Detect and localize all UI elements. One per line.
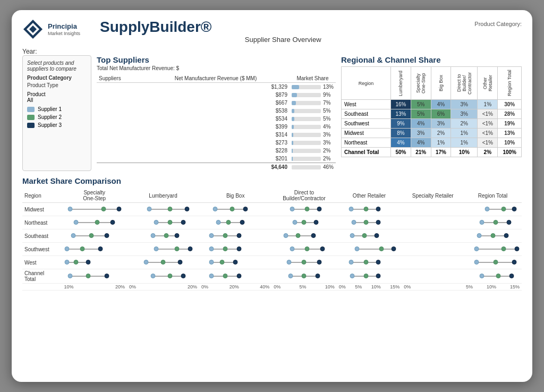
ms-chart-cell	[199, 269, 271, 284]
ms-axis-row: 10%20% 0%20% 0%20%40% 0%5%10% 0%5%10%15%…	[22, 284, 522, 291]
ms-chart-cell	[271, 203, 337, 216]
lumberyard-header: Lumberyard	[391, 67, 411, 100]
table-row	[97, 147, 142, 155]
channel-total-label: Channel Total	[342, 148, 391, 157]
ms-chart-cell	[62, 229, 127, 243]
ms-chart-cell	[271, 269, 337, 284]
heatmap-cell: 3%	[451, 109, 478, 119]
heatmap-cell: 4%	[411, 138, 431, 148]
bar-cell: 2%	[290, 147, 336, 155]
supplier3-item: Supplier 3	[27, 122, 87, 128]
specialty-header: Specialty One-Step	[411, 67, 431, 100]
year-label: Year:	[22, 48, 522, 55]
revenue-cell: $399	[142, 123, 290, 131]
bar-cell: 3%	[290, 131, 336, 139]
table-row	[97, 139, 142, 147]
bar-cell: 7%	[290, 99, 336, 107]
ms-chart-cell	[127, 243, 199, 256]
heatmap-cell: 3%	[411, 129, 431, 138]
ms-region-name: ChannelTotal	[22, 269, 62, 284]
ms-chart-cell	[199, 256, 271, 269]
ms-chart-cell	[127, 203, 199, 216]
revenue-cell: $538	[142, 107, 290, 115]
region-total-header: Region Total	[498, 67, 522, 100]
channel-total-cell: 10%	[451, 148, 478, 157]
table-row	[97, 83, 142, 91]
bar-cell: 5%	[290, 115, 336, 123]
revenue-cell: $201	[142, 155, 290, 163]
title-area: SupplyBuilder® Supplier Share Overview	[100, 19, 466, 44]
ms-col-header-6: Region Total	[464, 189, 522, 203]
channel-total-cell: 100%	[498, 148, 522, 157]
ms-chart-cell	[337, 229, 402, 243]
revenue-cell: $228	[142, 147, 290, 155]
ms-chart-cell	[199, 203, 271, 216]
heatmap-cell: <1%	[478, 109, 498, 119]
ms-chart-cell	[464, 229, 522, 243]
heatmap-cell: 4%	[431, 100, 451, 109]
logo-brand: Principia	[48, 22, 80, 31]
supplier1-item: Supplier 1	[27, 106, 87, 112]
top-suppliers-title: Top Suppliers	[97, 55, 336, 64]
ms-chart-cell	[337, 216, 402, 229]
ms-row: Southwest	[22, 243, 522, 256]
ms-table-wrapper: RegionSpecialtyOne-StepLumberyardBig Box…	[22, 189, 522, 291]
ms-region-name: West	[22, 256, 62, 269]
panel-title: Select products and suppliers to compare	[27, 60, 87, 72]
ms-chart-cell	[127, 256, 199, 269]
revenue-cell: $314	[142, 131, 290, 139]
ms-col-header-0: SpecialtyOne-Step	[62, 189, 127, 203]
bar-cell: 4%	[290, 123, 336, 131]
heatmap-cell: 1%	[451, 138, 478, 148]
ms-chart-cell	[199, 243, 271, 256]
product-category-filter-label[interactable]: Product Category	[27, 75, 87, 81]
ms-chart-cell	[199, 229, 271, 243]
header: Principia Market Insights SupplyBuilder®…	[22, 19, 522, 44]
ms-chart-cell	[337, 243, 402, 256]
revenue-cell: $1,329	[142, 83, 290, 91]
ms-chart-cell	[127, 269, 199, 284]
ms-region-name: Northeast	[22, 216, 62, 229]
supplier2-label: Supplier 2	[38, 114, 62, 120]
region-label: West	[342, 100, 391, 109]
table-row	[97, 115, 142, 123]
ms-col-header-2: Big Box	[199, 189, 271, 203]
bar-cell: 46%	[290, 163, 336, 172]
revenue-cell: $667	[142, 99, 290, 107]
heatmap-cell: 1%	[431, 138, 451, 148]
heatmap-cell: 16%	[391, 100, 411, 109]
heatmap-cell: 8%	[391, 129, 411, 138]
product-type-label[interactable]: Product Type	[27, 82, 87, 88]
channel-total-cell: 50%	[391, 148, 411, 157]
ms-col-header-3: Direct toBuilder/Contractor	[271, 189, 337, 203]
revenue-cell: $879	[142, 91, 290, 99]
channel-total-cell: 2%	[478, 148, 498, 157]
ms-table: RegionSpecialtyOne-StepLumberyardBig Box…	[22, 189, 522, 291]
filter-panel: Select products and suppliers to compare…	[22, 55, 91, 171]
heatmap-cell: 5%	[411, 109, 431, 119]
ms-chart-cell	[271, 243, 337, 256]
ms-chart-cell	[402, 269, 464, 284]
ms-chart-cell	[337, 203, 402, 216]
ms-chart-cell	[62, 256, 127, 269]
heatmap-cell: 4%	[411, 119, 431, 129]
ms-chart-cell	[62, 216, 127, 229]
ms-chart-cell	[271, 216, 337, 229]
heatmap-table: Region Lumberyard Specialty One-Step Big…	[341, 66, 522, 157]
top-suppliers-panel: Top Suppliers Total Net Manufacturer Rev…	[97, 55, 336, 171]
heatmap-cell: <1%	[478, 138, 498, 148]
ms-col-header-1: Lumberyard	[127, 189, 199, 203]
ms-region-name: Southeast	[22, 229, 62, 243]
heatmap-cell: 10%	[498, 138, 522, 148]
suppliers-table: Suppliers Net Manufacturer Revenue ($ MM…	[97, 74, 336, 171]
ms-chart-cell	[199, 216, 271, 229]
ms-chart-cell	[464, 216, 522, 229]
table-row	[97, 107, 142, 115]
region-label: Midwest	[342, 129, 391, 138]
heatmap-cell: <1%	[478, 129, 498, 138]
heatmap-cell: 1%	[478, 100, 498, 109]
region-label: Southeast	[342, 109, 391, 119]
heatmap-cell: 13%	[498, 129, 522, 138]
ms-chart-cell	[62, 203, 127, 216]
heatmap-cell: 19%	[498, 119, 522, 129]
